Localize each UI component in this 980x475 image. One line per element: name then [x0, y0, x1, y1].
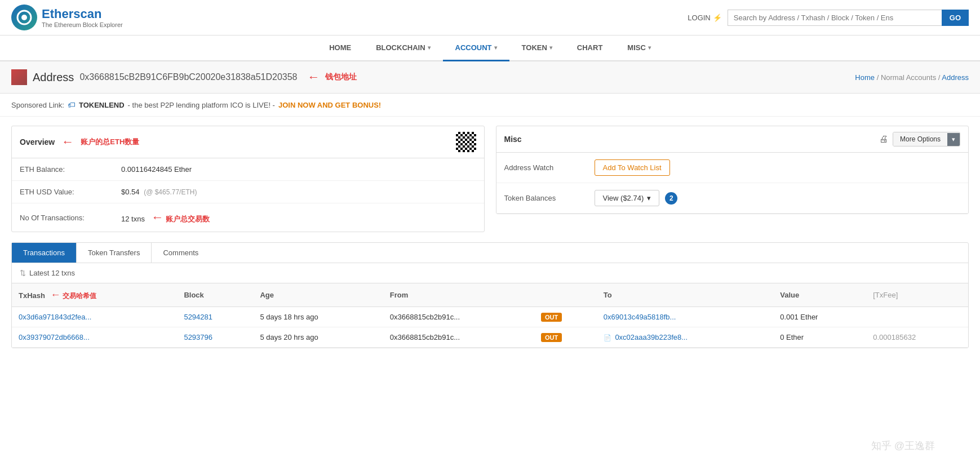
tab-token-transfers[interactable]: Token Transfers — [77, 243, 152, 263]
cell-direction: OUT — [534, 327, 597, 348]
search-button[interactable]: GO — [942, 10, 969, 26]
annotation-txhash: 交易哈希值 — [63, 292, 96, 300]
brand-name: Etherscan — [42, 7, 123, 21]
view-token-balances-button[interactable]: View ($2.74) ▾ — [595, 190, 660, 206]
table-info: ⇅ Latest 12 txns — [12, 263, 968, 283]
chevron-down-icon: ▾ — [428, 45, 431, 51]
block-link[interactable]: 5293796 — [184, 333, 212, 341]
wallet-annotation: 钱包地址 — [325, 72, 357, 82]
chevron-down-icon: ▾ — [648, 45, 651, 51]
token-balances-controls: View ($2.74) ▾ 2 — [595, 190, 678, 206]
misc-col: Misc 🖨 More Options ▾ Address Watch Add … — [496, 126, 969, 232]
sponsored-logo-icon: 🏷 — [68, 100, 76, 109]
overview-panel-body: ETH Balance: 0.00116424845 Ether ETH USD… — [12, 158, 484, 232]
transactions-section: Transactions Token Transfers Comments ⇅ … — [11, 242, 969, 348]
tabs-header: Transactions Token Transfers Comments — [12, 243, 968, 263]
cell-from: 0x3668815cb2b91c... — [383, 327, 534, 348]
nav-item-account[interactable]: ACCOUNT ▾ — [443, 35, 509, 61]
cell-age: 5 days 20 hrs ago — [253, 327, 383, 348]
main-nav: HOME BLOCKCHAIN ▾ ACCOUNT ▾ TOKEN ▾ CHAR… — [0, 35, 980, 61]
transactions-table: TxHash ← 交易哈希值 Block Age From To Value [… — [12, 283, 968, 348]
to-link[interactable]: 0xc02aaa39b223fe8... — [615, 333, 688, 341]
cell-from: 0x3668815cb2b91c... — [383, 307, 534, 327]
tab-comments[interactable]: Comments — [152, 243, 210, 263]
table-row: 0x3d6a971843d2fea... 5294281 5 days 18 h… — [12, 307, 968, 327]
breadcrumb-home[interactable]: Home — [855, 73, 875, 82]
misc-panel: Misc 🖨 More Options ▾ Address Watch Add … — [496, 126, 969, 214]
table-row: 0x39379072db6668... 5293796 5 days 20 hr… — [12, 327, 968, 348]
direction-badge: OUT — [541, 313, 562, 322]
main-content: Overview ← 账户的总ETH数量 ETH Balance: 0.0011… — [0, 117, 980, 357]
address-watch-row: Address Watch Add To Watch List — [496, 153, 969, 183]
sponsored-prefix: Sponsored Link: — [11, 101, 64, 109]
login-icon: ⚡ — [713, 14, 722, 22]
to-link[interactable]: 0x69013c49a5818fb... — [604, 313, 676, 321]
add-to-watchlist-button[interactable]: Add To Watch List — [595, 159, 670, 176]
header: Etherscan The Ethereum Block Explorer LO… — [0, 0, 980, 35]
chevron-down-icon: ▾ — [647, 194, 651, 202]
page-title: Address — [33, 71, 74, 84]
eth-usd-label: ETH USD Value: — [20, 188, 121, 196]
nav-item-misc[interactable]: MISC ▾ — [615, 35, 663, 61]
page-title-area: Address 0x3668815cB2B91C6FB9bC20020e3183… — [11, 69, 357, 85]
brand-tagline: The Ethereum Block Explorer — [42, 21, 123, 28]
cell-to: 0x69013c49a5818fb... — [597, 307, 773, 327]
col-block: Block — [177, 283, 253, 307]
qr-code-icon[interactable] — [456, 132, 476, 152]
search-input[interactable] — [728, 10, 942, 26]
more-options-label: More Options — [893, 132, 947, 146]
overview-panel-header: Overview ← 账户的总ETH数量 — [12, 126, 484, 158]
nav-item-home[interactable]: HOME — [317, 35, 363, 61]
txhash-link[interactable]: 0x3d6a971843d2fea... — [19, 313, 91, 321]
cell-value: 0.001 Ether — [773, 307, 866, 327]
logo-area: Etherscan The Ethereum Block Explorer — [11, 5, 123, 30]
header-right: LOGIN ⚡ GO — [688, 10, 969, 26]
view-btn-label: View ($2.74) — [603, 194, 644, 202]
arrow-txhash: ← — [51, 289, 61, 300]
logo-text: Etherscan The Ethereum Block Explorer — [42, 7, 123, 28]
nav-item-chart[interactable]: CHART — [565, 35, 615, 61]
login-button[interactable]: LOGIN ⚡ — [688, 14, 721, 22]
breadcrumb-address[interactable]: Address — [942, 73, 969, 82]
block-link[interactable]: 5294281 — [184, 313, 212, 321]
cell-block: 5294281 — [177, 307, 253, 327]
cell-txfee — [866, 307, 968, 327]
annotation-txn: 账户总交易数 — [166, 215, 210, 223]
table-info-text: Latest 12 txns — [29, 269, 75, 277]
cell-txfee: 0.000185632 — [866, 327, 968, 348]
chevron-down-icon: ▾ — [549, 45, 552, 51]
cell-txhash: 0x3d6a971843d2fea... — [12, 307, 177, 327]
overview-misc-section: Overview ← 账户的总ETH数量 ETH Balance: 0.0011… — [11, 126, 969, 232]
breadcrumb: Home / Normal Accounts / Address — [855, 73, 969, 82]
nav-item-blockchain[interactable]: BLOCKCHAIN ▾ — [363, 35, 442, 61]
page-address: 0x3668815cB2B91C6FB9bC20020e31838a51D203… — [79, 72, 297, 82]
breadcrumb-normal-accounts: Normal Accounts — [881, 73, 936, 82]
table-body: 0x3d6a971843d2fea... 5294281 5 days 18 h… — [12, 307, 968, 348]
col-txfee: [TxFee] — [866, 283, 968, 307]
overview-panel: Overview ← 账户的总ETH数量 ETH Balance: 0.0011… — [11, 126, 485, 232]
sponsored-banner: Sponsored Link: 🏷 TOKENLEND - the best P… — [0, 94, 980, 117]
nav-item-token[interactable]: TOKEN ▾ — [509, 35, 565, 61]
sponsored-brand: TOKENLEND — [79, 101, 125, 109]
sponsored-cta[interactable]: JOIN NOW AND GET BONUS! — [278, 101, 381, 109]
arrow-annotation: ← — [307, 70, 320, 85]
search-bar: GO — [728, 10, 969, 26]
cell-direction: OUT — [534, 307, 597, 327]
table-info-icon: ⇅ — [20, 269, 26, 277]
print-icon[interactable]: 🖨 — [879, 134, 888, 144]
token-balances-label: Token Balances — [504, 194, 595, 202]
txhash-link[interactable]: 0x39379072db6668... — [19, 333, 90, 341]
misc-title: Misc — [504, 135, 522, 144]
cell-age: 5 days 18 hrs ago — [253, 307, 383, 327]
more-options-button[interactable]: More Options ▾ — [893, 132, 960, 147]
address-icon — [11, 69, 27, 85]
eth-balance-row: ETH Balance: 0.00116424845 Ether — [12, 158, 484, 181]
misc-header-right: 🖨 More Options ▾ — [879, 132, 960, 147]
col-value: Value — [773, 283, 866, 307]
tab-transactions[interactable]: Transactions — [12, 243, 77, 263]
annotation-eth: 账户的总ETH数量 — [81, 137, 139, 147]
logo-icon — [11, 5, 37, 30]
table-header: TxHash ← 交易哈希值 Block Age From To Value [… — [12, 283, 968, 307]
page-header: Address 0x3668815cB2B91C6FB9bC20020e3183… — [0, 61, 980, 94]
chevron-down-icon: ▾ — [947, 133, 960, 146]
